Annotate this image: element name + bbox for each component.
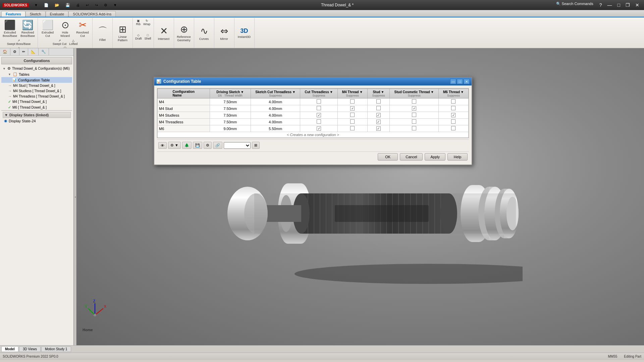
display-state-item[interactable]: ◉ Display State-24 xyxy=(3,118,71,124)
checkbox-cell[interactable] xyxy=(438,119,468,125)
panel-tab-icon3[interactable]: ✏ xyxy=(19,48,28,55)
swept-cut-btn[interactable]: ↗ Swept Cut xyxy=(52,39,68,46)
checkbox[interactable] xyxy=(376,99,381,104)
mirror-btn[interactable]: ⇔ Mirror xyxy=(216,19,232,47)
bottom-tab-model[interactable]: Model xyxy=(1,346,18,352)
tree-item-m4-stud[interactable]: → M4 Stud [ Thread Dowel_& ] xyxy=(1,83,72,88)
checkbox-cell[interactable] xyxy=(390,125,439,132)
th-stud[interactable]: Stud ▼ Suppress xyxy=(367,89,390,99)
linear-pattern-btn[interactable]: ⊞ LinearPattern xyxy=(114,19,131,47)
tree-item-m4-studless[interactable]: → M4 Studless [ Thread Dowel_& ] xyxy=(1,88,72,94)
checkbox-cell[interactable] xyxy=(300,112,337,119)
dialog-grid-btn[interactable]: ⊞ xyxy=(252,142,260,149)
table-row[interactable]: M69.00mm5.50mm xyxy=(158,125,469,132)
undo-btn[interactable]: ↩ xyxy=(84,1,91,9)
checkbox[interactable] xyxy=(350,99,355,104)
swept-boss-btn[interactable]: ↗ Swept Boss/Base xyxy=(6,39,32,46)
checkbox[interactable] xyxy=(350,113,355,117)
checkbox-cell[interactable] xyxy=(367,105,390,112)
dialog-save-btn[interactable]: 💾 xyxy=(193,142,202,149)
rib-btn[interactable]: ▣ Rib xyxy=(135,19,142,33)
revolved-boss-btn[interactable]: 🔄 RevolvedBoss/Base xyxy=(19,19,36,39)
tree-item-m4-threadless[interactable]: → M4 Threadless [ Thread Dowel_& ] xyxy=(1,94,72,99)
checkbox[interactable] xyxy=(376,120,381,124)
curves-btn[interactable]: ∿ Curves xyxy=(196,19,212,47)
checkbox[interactable] xyxy=(317,106,321,110)
tree-item-m6[interactable]: ✓ M6 [ Thread Dowel_& ] xyxy=(1,105,72,110)
checkbox-cell[interactable] xyxy=(337,99,367,105)
tree-item-config-table[interactable]: 📊 Configuration Table xyxy=(1,77,72,83)
th-stud-cosmetic[interactable]: Stud Cosmetic Thread ▼ Suppress xyxy=(390,89,439,99)
minimize-btn[interactable]: — xyxy=(605,2,614,8)
checkbox-cell[interactable] xyxy=(367,119,390,125)
checkbox[interactable] xyxy=(451,119,455,124)
checkbox-cell[interactable] xyxy=(337,105,367,112)
checkbox-cell[interactable] xyxy=(337,125,367,132)
checkbox-cell[interactable] xyxy=(438,112,468,119)
checkbox[interactable] xyxy=(451,106,455,110)
th-m4-thread[interactable]: M4 Thread ▼ Suppress xyxy=(337,89,367,99)
dialog-settings-btn[interactable]: ⚙ xyxy=(204,142,212,149)
revolved-cut-btn[interactable]: ✂ RevolvedCut xyxy=(74,19,91,39)
checkbox[interactable] xyxy=(350,126,355,130)
checkbox-cell[interactable] xyxy=(300,119,337,125)
checkbox-cell[interactable] xyxy=(390,105,439,112)
checkbox[interactable] xyxy=(412,119,416,124)
checkbox[interactable] xyxy=(451,113,455,117)
new-btn[interactable]: 📄 xyxy=(42,1,50,9)
checkbox[interactable] xyxy=(412,106,416,111)
tab-evaluate[interactable]: Evaluate xyxy=(46,11,69,17)
checkbox-cell[interactable] xyxy=(367,125,390,132)
lofted-cut-btn[interactable]: △ Lofted xyxy=(68,39,78,46)
draft-btn[interactable]: ◇ Draft xyxy=(134,33,143,48)
bottom-tab-3dviews[interactable]: 3D Views xyxy=(19,346,41,352)
print-btn[interactable]: 🖨 xyxy=(74,1,82,9)
bottom-tab-motion[interactable]: Motion Study 1 xyxy=(41,346,71,352)
checkbox[interactable] xyxy=(451,99,455,104)
instant3d-btn[interactable]: 3D Instant3D xyxy=(236,19,253,47)
new-config-label[interactable]: < Creates a new configuration > xyxy=(158,132,469,138)
tree-item-root[interactable]: ▼ ⚙ Thread Dowel_& Configuration(s) (M6) xyxy=(1,66,72,71)
table-row[interactable]: M47.50mm4.00mm xyxy=(158,99,469,105)
checkbox-cell[interactable] xyxy=(390,119,439,125)
shell-btn[interactable]: □ Shell xyxy=(144,33,152,48)
extruded-cut-btn[interactable]: ⬜ ExtrudedCut xyxy=(39,19,56,39)
panel-tab-icon5[interactable]: 🔧 xyxy=(39,48,49,55)
checkbox[interactable] xyxy=(412,113,416,117)
tab-addins[interactable]: SOLIDWORKS Add-Ins xyxy=(68,11,116,17)
checkbox-cell[interactable] xyxy=(300,105,337,112)
table-row[interactable]: M4 Stud7.50mm4.00mm xyxy=(158,105,469,112)
checkbox-cell[interactable] xyxy=(438,125,468,132)
restore-btn[interactable]: ❐ xyxy=(624,2,632,8)
checkbox-cell[interactable] xyxy=(337,119,367,125)
checkbox[interactable] xyxy=(376,113,381,117)
intersect-btn[interactable]: ✕ Intersect xyxy=(155,19,172,47)
checkbox[interactable] xyxy=(376,106,381,110)
dialog-options-btn[interactable]: ⚙ ▼ xyxy=(168,142,181,149)
dialog-minimize-btn[interactable]: — xyxy=(450,79,456,84)
wrap-btn[interactable]: ↻ Wrap xyxy=(142,19,151,33)
rebuild-btn[interactable]: ⚙ xyxy=(102,1,109,9)
dialog-tree-btn[interactable]: 🌲 xyxy=(182,142,192,149)
close-btn[interactable]: ✕ xyxy=(633,2,641,8)
th-sketch-cut[interactable]: Sketch Cut Threadless ▼ Suppress xyxy=(251,89,300,99)
checkbox[interactable] xyxy=(451,126,455,130)
checkbox[interactable] xyxy=(317,126,321,131)
panel-tab-icon1[interactable]: 🏠 xyxy=(0,48,10,55)
maximize-btn[interactable]: □ xyxy=(615,2,622,8)
checkbox-cell[interactable] xyxy=(367,112,390,119)
checkbox-cell[interactable] xyxy=(390,112,439,119)
display-states-header[interactable]: ▼ Display States (linked) xyxy=(3,112,71,118)
dialog-view-btn[interactable]: 👁 xyxy=(158,142,167,149)
tab-sketch[interactable]: Sketch xyxy=(25,11,46,17)
extruded-boss-btn[interactable]: ⬛ ExtrudedBoss/Base xyxy=(1,19,18,39)
tree-item-tables[interactable]: ▼ 📋 Tables xyxy=(1,71,72,77)
ok-button[interactable]: OK xyxy=(378,153,398,161)
checkbox[interactable] xyxy=(317,119,321,124)
checkbox-cell[interactable] xyxy=(300,125,337,132)
dialog-close-btn[interactable]: ✕ xyxy=(464,79,470,84)
help-button[interactable]: Help xyxy=(447,153,468,161)
checkbox[interactable] xyxy=(412,126,416,130)
th-config-name[interactable]: ConfigurationName xyxy=(158,89,210,99)
help-btn[interactable]: ? xyxy=(597,2,604,8)
